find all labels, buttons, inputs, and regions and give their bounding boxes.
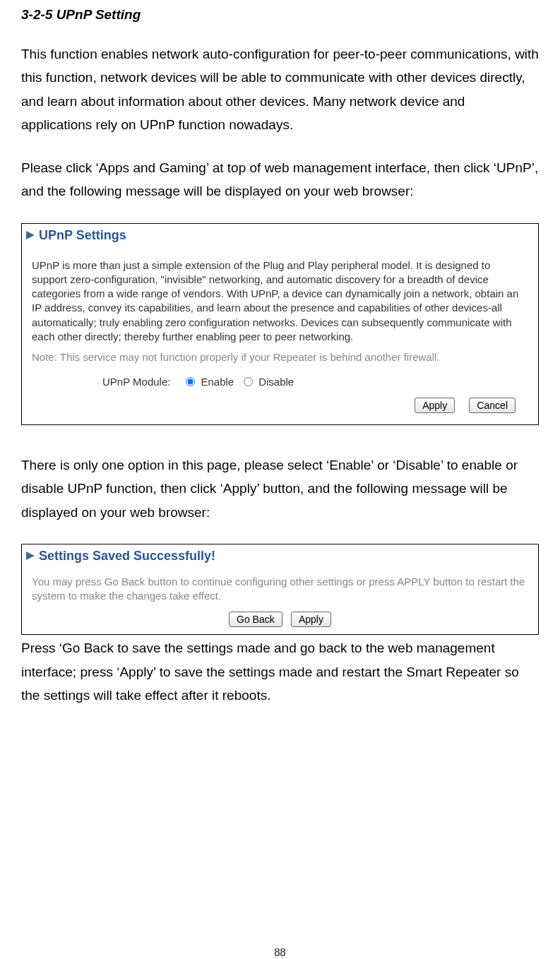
paragraph-goback: Press ‘Go Back to save the settings made… bbox=[21, 636, 539, 707]
disable-radio[interactable] bbox=[244, 377, 253, 386]
upnp-module-label: UPnP Module: bbox=[102, 376, 170, 388]
paragraph-nav-instruction: Please click ‘Apps and Gaming’ at top of… bbox=[21, 156, 539, 203]
panel-header: UPnP Settings bbox=[22, 224, 538, 246]
upnp-description: UPnP is more than just a simple extensio… bbox=[32, 258, 528, 345]
section-heading: 3-2-5 UPnP Setting bbox=[21, 7, 539, 23]
saved-title: Settings Saved Successfully! bbox=[39, 549, 215, 564]
settings-saved-screenshot: Settings Saved Successfully! You may pre… bbox=[21, 544, 539, 636]
panel-title: UPnP Settings bbox=[39, 228, 126, 243]
cancel-button[interactable]: Cancel bbox=[469, 398, 516, 413]
upnp-module-row: UPnP Module: Enable Disable bbox=[102, 376, 528, 388]
apply-button[interactable]: Apply bbox=[415, 398, 455, 413]
panel-header-saved: Settings Saved Successfully! bbox=[22, 544, 538, 566]
upnp-note: Note: This service may not function prop… bbox=[32, 351, 528, 363]
triangle-right-icon bbox=[26, 231, 35, 239]
paragraph-intro: This function enables network auto-confi… bbox=[21, 42, 539, 136]
paragraph-enable-disable: There is only one option in this page, p… bbox=[21, 453, 539, 524]
go-back-button[interactable]: Go Back bbox=[229, 612, 282, 627]
upnp-settings-screenshot: UPnP Settings UPnP is more than just a s… bbox=[21, 223, 539, 426]
triangle-right-icon bbox=[26, 552, 35, 560]
disable-label: Disable bbox=[258, 376, 294, 388]
enable-label: Enable bbox=[201, 376, 234, 388]
apply-saved-button[interactable]: Apply bbox=[291, 612, 331, 627]
page-number: 88 bbox=[0, 946, 560, 959]
enable-radio[interactable] bbox=[186, 377, 195, 386]
saved-text: You may press Go Back button to continue… bbox=[32, 575, 528, 604]
